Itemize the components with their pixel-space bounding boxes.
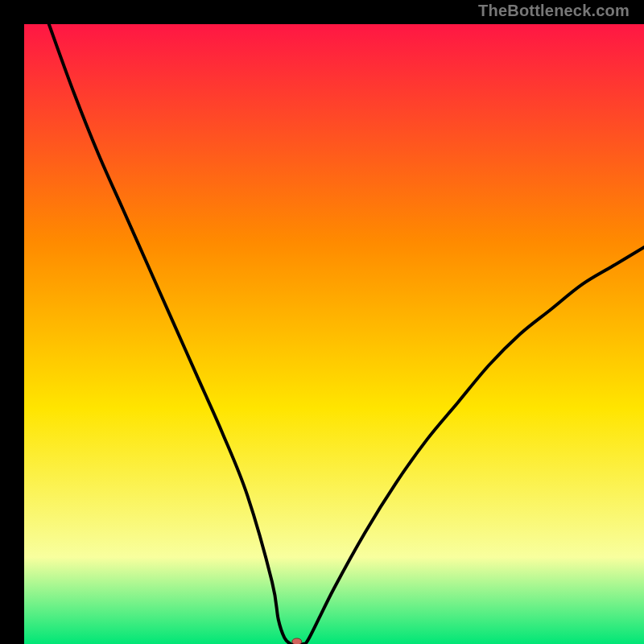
bottleneck-chart xyxy=(24,24,644,644)
gradient-background xyxy=(24,24,644,644)
watermark-text: TheBottleneck.com xyxy=(478,2,630,20)
chart-frame xyxy=(12,12,632,632)
optimal-point-marker xyxy=(292,638,302,644)
